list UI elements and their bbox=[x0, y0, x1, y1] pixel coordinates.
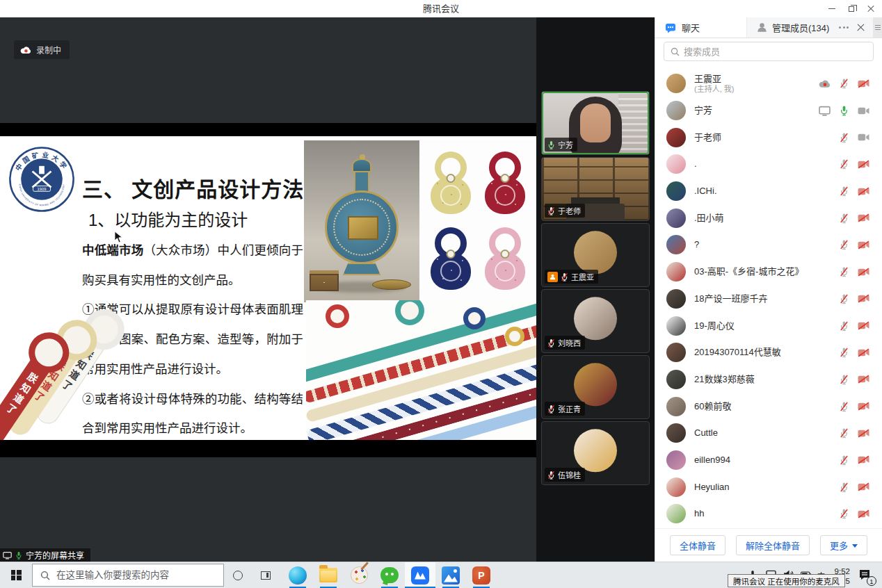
taskbar-app[interactable] bbox=[435, 562, 466, 588]
member-row[interactable]: hh bbox=[655, 500, 882, 528]
mic-muted-icon[interactable] bbox=[840, 347, 849, 358]
tab-manage-members[interactable]: 管理成员(134) bbox=[747, 17, 873, 38]
mic-muted-icon[interactable] bbox=[840, 508, 849, 519]
camera-on-icon[interactable] bbox=[858, 132, 869, 142]
mic-muted-icon[interactable] bbox=[840, 132, 849, 143]
mic-muted-icon[interactable] bbox=[840, 374, 849, 385]
mic-muted-icon[interactable] bbox=[840, 78, 849, 89]
camera-off-icon[interactable] bbox=[858, 267, 869, 277]
video-tile[interactable]: 于老师 bbox=[541, 157, 650, 221]
member-row[interactable]: 王震亚 (主持人, 我) bbox=[655, 70, 882, 97]
taskbar-app[interactable] bbox=[374, 562, 405, 588]
app-icon bbox=[351, 566, 368, 584]
video-tile[interactable]: 张正青 bbox=[541, 355, 650, 419]
camera-off-icon[interactable] bbox=[858, 293, 869, 304]
camera-off-icon[interactable] bbox=[858, 213, 869, 223]
action-center-button[interactable]: 1 bbox=[858, 569, 871, 583]
camera-off-icon[interactable] bbox=[858, 509, 869, 519]
member-name: Cuttle bbox=[694, 427, 840, 439]
participant-avatar bbox=[574, 429, 617, 472]
member-row[interactable]: 21数媒3郑慈薇 bbox=[655, 366, 882, 393]
close-button[interactable] bbox=[861, 0, 881, 17]
more-options-icon[interactable] bbox=[839, 26, 849, 28]
recording-badge[interactable]: 录制中 bbox=[14, 40, 70, 59]
member-row[interactable]: eillen994 bbox=[655, 447, 882, 474]
member-row[interactable]: Heyulian bbox=[655, 473, 882, 500]
notification-badge: 1 bbox=[867, 576, 876, 586]
restore-button[interactable] bbox=[842, 0, 861, 17]
member-search-input[interactable] bbox=[684, 47, 867, 57]
mic-muted-icon[interactable] bbox=[840, 320, 849, 332]
cortana-button[interactable] bbox=[224, 562, 252, 588]
member-avatar bbox=[666, 370, 686, 389]
task-view-button[interactable] bbox=[252, 562, 280, 588]
camera-off-icon[interactable] bbox=[858, 186, 869, 197]
mic-muted-icon[interactable] bbox=[840, 455, 849, 466]
member-avatar bbox=[666, 450, 686, 470]
camera-off-icon[interactable] bbox=[858, 348, 869, 358]
member-name: .田小萌 bbox=[694, 213, 840, 224]
mic-muted-icon[interactable] bbox=[840, 213, 849, 224]
camera-off-icon[interactable] bbox=[858, 79, 869, 89]
start-button[interactable] bbox=[0, 562, 32, 588]
member-row[interactable]: 宁芳 bbox=[655, 97, 882, 124]
member-list[interactable]: 王震亚 (主持人, 我) 宁芳 bbox=[655, 67, 882, 528]
member-row[interactable]: . bbox=[655, 151, 882, 178]
camera-off-icon[interactable] bbox=[858, 320, 869, 331]
mute-all-button[interactable]: 全体静音 bbox=[670, 535, 725, 555]
mic-muted-icon[interactable] bbox=[840, 482, 849, 493]
video-thumbnail-strip[interactable]: 宁芳 于老师 bbox=[536, 17, 655, 562]
mic-muted-icon[interactable] bbox=[840, 293, 849, 304]
member-row[interactable]: Cuttle bbox=[655, 420, 882, 447]
member-row[interactable]: .田小萌 bbox=[655, 204, 882, 231]
taskbar-app[interactable] bbox=[282, 562, 313, 588]
mic-muted-icon[interactable] bbox=[840, 427, 849, 439]
camera-off-icon[interactable] bbox=[858, 374, 869, 384]
scrollbar-thumb[interactable] bbox=[873, 17, 882, 38]
mic-muted-icon[interactable] bbox=[840, 401, 849, 412]
teapot-purses-photo bbox=[419, 140, 536, 302]
mic-on-icon[interactable] bbox=[840, 105, 849, 116]
member-row[interactable]: 03-高职-《乡宿-城市之花》 bbox=[655, 259, 882, 286]
mic-muted-icon[interactable] bbox=[840, 186, 849, 197]
mic-muted-icon bbox=[547, 338, 555, 348]
camera-off-icon[interactable] bbox=[858, 455, 869, 465]
member-name: 60赖前敬 bbox=[694, 401, 840, 412]
video-tile[interactable]: 宁芳 bbox=[541, 91, 650, 155]
member-row[interactable]: 18产设一班廖千卉 bbox=[655, 286, 882, 313]
tab-chat[interactable]: 聊天 bbox=[655, 17, 747, 38]
video-tile[interactable]: 王震亚 bbox=[541, 223, 650, 287]
member-row[interactable]: 201943070114代慧敏 bbox=[655, 339, 882, 366]
unmute-all-button[interactable]: 解除全体静音 bbox=[736, 535, 810, 555]
member-row[interactable]: .ICHi. bbox=[655, 178, 882, 205]
taskbar-app[interactable] bbox=[405, 562, 435, 588]
camera-off-icon[interactable] bbox=[858, 401, 869, 411]
taskbar-app[interactable] bbox=[313, 562, 344, 588]
member-avatar bbox=[666, 209, 686, 228]
member-avatar bbox=[666, 128, 686, 147]
member-row[interactable]: 于老师 bbox=[655, 124, 882, 151]
close-panel-icon[interactable] bbox=[857, 24, 865, 31]
minimize-button[interactable] bbox=[822, 0, 842, 17]
member-row[interactable]: 60赖前敬 bbox=[655, 393, 882, 420]
mic-muted-icon[interactable] bbox=[840, 266, 849, 277]
recording-label: 录制中 bbox=[36, 44, 61, 56]
camera-on-icon[interactable] bbox=[858, 106, 869, 116]
member-row[interactable]: ? bbox=[655, 231, 882, 259]
taskbar-search[interactable] bbox=[32, 564, 224, 587]
member-row[interactable]: 19-周心仪 bbox=[655, 312, 882, 339]
taskbar-app[interactable]: P bbox=[466, 562, 497, 588]
mic-muted-icon[interactable] bbox=[840, 158, 849, 170]
mic-usage-tooltip: 腾讯会议 正在使用你的麦克风 bbox=[728, 574, 845, 587]
more-button[interactable]: 更多 bbox=[820, 535, 867, 555]
taskbar-app[interactable] bbox=[344, 562, 374, 588]
video-tile[interactable]: 伍锦桂 bbox=[541, 421, 650, 485]
camera-off-icon[interactable] bbox=[858, 159, 869, 170]
camera-off-icon[interactable] bbox=[858, 482, 869, 492]
mic-muted-icon[interactable] bbox=[840, 239, 849, 250]
camera-off-icon[interactable] bbox=[858, 240, 869, 250]
participant-name: 刘晓西 bbox=[558, 337, 581, 348]
camera-off-icon[interactable] bbox=[858, 428, 869, 439]
video-tile[interactable]: 刘晓西 bbox=[541, 289, 650, 353]
taskbar-search-input[interactable] bbox=[56, 570, 216, 580]
